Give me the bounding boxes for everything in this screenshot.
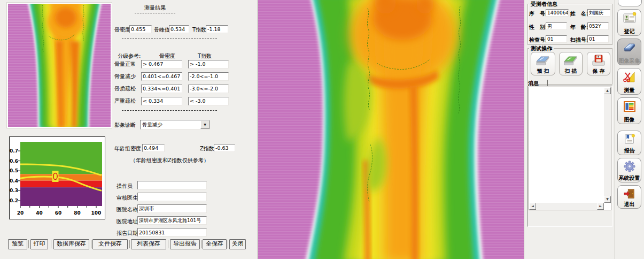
y-tick-label: 0.6 (10, 158, 18, 164)
sidebar-button-measure[interactable]: 测量 (617, 68, 641, 95)
dashed-divider (122, 110, 217, 111)
sidebar-button-label: 图像 (624, 117, 635, 123)
scanner-icon (623, 41, 637, 54)
sidebar-button-label: 图像采集 (619, 58, 640, 64)
diagnosis-dropdown[interactable]: 骨量减少 ▼ (140, 120, 210, 130)
operator-label: 操作员 (117, 183, 133, 189)
y-tick-label: 0.4 (10, 178, 18, 184)
y-tick-label: 0.5 (10, 168, 18, 173)
sidebar-button-partial[interactable] (618, 0, 642, 6)
sidebar-button-system-settings[interactable]: 系统设置 (617, 158, 641, 182)
toolbar-separator (51, 240, 51, 248)
z-index-label: Z指数 (200, 146, 214, 152)
reference-curve-chart: 0.7 0.6 0.5 0.4 0.3 0.2 20 40 60 80 100 (9, 136, 105, 219)
bone-density-image-small (7, 3, 112, 128)
measure-panel-title: 测量结果 (136, 5, 174, 11)
gear-icon (623, 161, 637, 172)
sidebar-button-report[interactable]: 报告 (617, 131, 641, 155)
scroll-up-arrow-icon[interactable]: ▲ (604, 87, 611, 94)
bmd-value-field[interactable]: 0.455 (129, 25, 152, 33)
toolbar-separator (91, 240, 91, 248)
sidebar-button-label: 登记 (624, 28, 635, 34)
y-tick-label: 0.3 (10, 188, 18, 193)
save-to-file-button[interactable]: 文件保存 (92, 239, 128, 249)
age-group-bmd-field[interactable]: 0.494 (142, 144, 165, 152)
patient-id-field[interactable]: 14000641 (546, 9, 569, 17)
grade-bmd-range: 0.401<=0.467 (141, 72, 182, 81)
patient-sex-label: 性 别: (529, 24, 547, 31)
dashed-divider (122, 39, 217, 39)
save-to-list-button[interactable]: 列表保存 (131, 239, 166, 249)
save-all-button[interactable]: 全保存 (203, 239, 227, 249)
t-index-value-field[interactable]: -1.18 (206, 25, 228, 33)
hospital-name-label: 医院名称 (117, 207, 138, 213)
prescan-button[interactable]: 预 扫 (531, 52, 555, 75)
bone-density-app-window: 0.7 0.6 0.5 0.4 0.3 0.2 20 40 60 80 100 … (0, 0, 644, 259)
x-tick-label: 40 (36, 210, 43, 216)
sidebar-button-exit[interactable]: 退出 (617, 185, 641, 209)
patient-sex-field[interactable]: 男 (546, 22, 567, 30)
grading-col-t: T指数 (198, 53, 212, 59)
bmd-label: 骨密度 (114, 27, 130, 33)
chevron-down-icon[interactable]: ▼ (200, 120, 210, 129)
report-date-input[interactable] (137, 228, 207, 237)
age-group-bmd-label: 年龄组密度 (114, 146, 141, 152)
save-scan-button[interactable]: 保 存 (587, 52, 610, 75)
sidebar-button-label: 退出 (624, 201, 635, 207)
report-date-label: 报告日期 (117, 230, 138, 237)
z-index-field[interactable]: -0.63 (214, 144, 235, 152)
toolbar-separator (228, 240, 228, 248)
bone-density-image-large (258, 0, 524, 259)
measure-icon (623, 71, 637, 83)
scroll-down-arrow-icon[interactable]: ▼ (604, 196, 611, 203)
grade-row-label: 骨质疏松 (114, 86, 136, 92)
patient-name-field[interactable]: 刘国庆 (587, 9, 610, 17)
sidebar-button-register[interactable]: 登记 (617, 9, 641, 36)
grade-row-label: 严重疏松 (114, 98, 136, 104)
reviewer-input[interactable] (137, 193, 207, 201)
prescan-button-label: 预 扫 (537, 68, 549, 74)
scan-button[interactable]: 扫 描 (559, 52, 583, 75)
toolbar-separator (28, 240, 29, 248)
scroll-left-arrow-icon[interactable]: ◄ (529, 203, 536, 210)
scroll-right-arrow-icon[interactable]: ► (597, 203, 604, 210)
sidebar-button-label: 系统设置 (619, 175, 640, 181)
close-button[interactable]: 关闭 (229, 239, 246, 249)
test-operations-title: 测试操作 (529, 45, 554, 52)
save-scan-button-label: 保 存 (593, 68, 604, 74)
y-tick-label: 0.2 (10, 198, 18, 203)
sidebar-divider (615, 0, 615, 259)
y-tick-label: 0.7 (10, 148, 18, 154)
grade-bmd-range: < 0.334 (141, 97, 182, 105)
sidebar-button-image[interactable]: 图像 (617, 97, 641, 124)
save-icon (591, 54, 607, 67)
export-report-button[interactable]: 导出报告 (170, 239, 200, 249)
toolbar-separator (168, 240, 168, 248)
id-card-icon (623, 12, 637, 25)
scan-icon (563, 54, 579, 67)
peak-value-field[interactable]: 0.534 (169, 25, 189, 33)
grade-t-range: -3.0<=-2.0 (188, 85, 229, 93)
sidebar-button-image-acquisition[interactable]: 图像采集 (617, 39, 641, 65)
x-tick-label: 20 (17, 210, 24, 216)
patient-age-field[interactable]: 052Y (587, 22, 609, 30)
exam-number-field[interactable]: 01 (546, 35, 567, 43)
scan-number-field[interactable]: 01 (587, 35, 609, 43)
report-icon (623, 133, 637, 145)
preview-button[interactable]: 预览 (8, 239, 27, 249)
band-severe (20, 187, 102, 206)
hospital-address-input[interactable] (137, 216, 207, 225)
toolbar-separator (129, 240, 130, 248)
patient-id-label: 序 号: (529, 11, 547, 17)
grade-bmd-range: > 0.467 (141, 60, 182, 68)
message-listbox[interactable] (529, 87, 611, 210)
save-to-database-button[interactable]: 数据库保存 (53, 239, 89, 249)
forearm-thermal-scan (258, 0, 524, 259)
print-button[interactable]: 打印 (30, 239, 48, 249)
x-tick-label: 80 (74, 210, 81, 216)
toolbar-separator (201, 240, 201, 248)
message-horizontal-scrollbar[interactable] (529, 203, 604, 210)
operator-input[interactable] (137, 181, 207, 189)
message-vertical-scrollbar[interactable] (604, 87, 611, 203)
hospital-name-input[interactable] (137, 204, 207, 213)
